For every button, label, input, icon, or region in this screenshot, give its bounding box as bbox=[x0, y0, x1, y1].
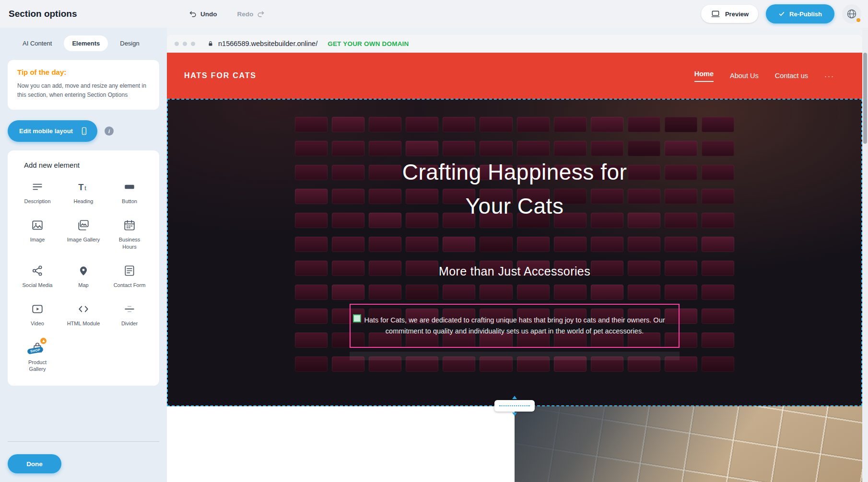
hero-section-selected[interactable]: Crafting Happiness for Your Cats More th… bbox=[167, 99, 862, 406]
next-section-preview bbox=[167, 406, 862, 482]
resize-handle-icon[interactable] bbox=[353, 314, 361, 322]
tip-body: Now you can add, move and resize any ele… bbox=[17, 81, 150, 99]
contact-form-icon bbox=[122, 264, 137, 278]
get-domain-link[interactable]: GET YOUR OWN DOMAIN bbox=[328, 40, 409, 47]
site-header: HATS FOR CATS Home About Us Contact us ·… bbox=[167, 53, 862, 99]
social-media-icon bbox=[30, 264, 45, 278]
upgrade-badge-icon bbox=[40, 338, 47, 344]
topbar: Section options Undo Redo Preview Re-P bbox=[0, 0, 868, 28]
product-gallery-icon: SHOP bbox=[30, 341, 45, 355]
sidebar-tabs: AI Content Elements Design bbox=[14, 35, 167, 51]
globe-icon bbox=[846, 8, 857, 20]
site-nav: Home About Us Contact us ··· bbox=[694, 70, 834, 82]
nav-more-icon[interactable]: ··· bbox=[824, 72, 834, 80]
preview-button[interactable]: Preview bbox=[701, 5, 758, 23]
editor-main: n1566589.websitebuilder.online/ GET YOUR… bbox=[167, 28, 868, 482]
tip-title: Tip of the day: bbox=[17, 68, 150, 76]
republish-button[interactable]: Re-Publish bbox=[766, 4, 834, 23]
element-image[interactable]: Image bbox=[14, 218, 60, 250]
site-url: n1566589.websitebuilder.online/ bbox=[218, 40, 317, 47]
tip-of-the-day-card: Tip of the day: Now you can add, move an… bbox=[8, 60, 159, 110]
edit-mobile-layout-button[interactable]: Edit mobile layout bbox=[8, 120, 97, 142]
nav-home[interactable]: Home bbox=[694, 70, 714, 82]
heading-icon: Tt bbox=[76, 180, 91, 194]
edit-mobile-row: Edit mobile layout bbox=[8, 120, 159, 142]
undo-icon bbox=[189, 10, 197, 18]
element-description[interactable]: Description bbox=[14, 180, 60, 205]
window-dots-icon bbox=[175, 42, 195, 46]
video-icon bbox=[30, 302, 45, 316]
svg-text:t: t bbox=[84, 184, 86, 192]
language-globe-button[interactable] bbox=[842, 4, 861, 23]
topbar-actions: Preview Re-Publish bbox=[701, 4, 861, 23]
browser-chrome: n1566589.websitebuilder.online/ GET YOUR… bbox=[167, 35, 862, 53]
element-map[interactable]: Map bbox=[60, 264, 106, 288]
element-social-media[interactable]: Social Media bbox=[14, 264, 60, 288]
scrollbar-thumb[interactable] bbox=[863, 53, 867, 144]
page-title: Section options bbox=[9, 9, 77, 19]
sidebar-divider bbox=[8, 441, 159, 442]
redo-icon bbox=[257, 10, 265, 18]
business-hours-icon bbox=[122, 218, 137, 232]
selected-text-element[interactable]: Hats for Cats, we are dedicated to craft… bbox=[350, 304, 680, 348]
done-button[interactable]: Done bbox=[8, 454, 61, 473]
dotted-resize-line bbox=[499, 405, 530, 406]
info-icon[interactable] bbox=[105, 126, 114, 136]
page-scrollbar[interactable] bbox=[862, 28, 868, 482]
tab-ai-content[interactable]: AI Content bbox=[14, 35, 60, 51]
section-options-sidebar: AI Content Elements Design Tip of the da… bbox=[0, 28, 167, 482]
hero-subheading[interactable]: More than Just Accessories bbox=[168, 264, 861, 278]
tiled-floor-photo bbox=[515, 406, 862, 482]
nav-contact-us[interactable]: Contact us bbox=[775, 72, 808, 80]
image-gallery-icon bbox=[76, 218, 91, 232]
element-contact-form[interactable]: Contact Form bbox=[106, 264, 152, 288]
tab-elements[interactable]: Elements bbox=[64, 35, 108, 51]
html-code-icon bbox=[76, 302, 91, 316]
sidebar-footer: Done bbox=[0, 441, 167, 482]
section-resize-handle[interactable] bbox=[494, 400, 535, 412]
element-button[interactable]: Button bbox=[106, 180, 152, 205]
site-logo[interactable]: HATS FOR CATS bbox=[184, 71, 257, 80]
arrow-down-icon bbox=[512, 413, 517, 416]
history-controls: Undo Redo bbox=[186, 10, 268, 19]
site-canvas: n1566589.websitebuilder.online/ GET YOUR… bbox=[167, 35, 862, 482]
element-divider[interactable]: Divider bbox=[106, 302, 152, 327]
next-section-white bbox=[167, 406, 515, 482]
element-placeholder-bar bbox=[350, 352, 680, 360]
element-image-gallery[interactable]: Image Gallery bbox=[60, 218, 106, 250]
element-html-module[interactable]: HTML Module bbox=[60, 302, 106, 327]
tab-design[interactable]: Design bbox=[112, 35, 147, 51]
add-element-card: Add new element Description Tt Heading bbox=[8, 150, 159, 386]
divider-icon bbox=[122, 302, 137, 316]
image-icon bbox=[30, 218, 45, 232]
nav-about-us[interactable]: About Us bbox=[730, 72, 759, 80]
map-pin-icon bbox=[76, 264, 91, 278]
description-icon bbox=[30, 180, 45, 194]
check-icon bbox=[778, 11, 785, 17]
element-grid: Description Tt Heading Button bbox=[14, 180, 152, 372]
button-icon bbox=[122, 180, 137, 194]
lock-icon bbox=[207, 40, 214, 47]
undo-button[interactable]: Undo bbox=[186, 10, 220, 19]
element-heading[interactable]: Tt Heading bbox=[60, 180, 106, 205]
svg-text:T: T bbox=[78, 182, 84, 192]
element-business-hours[interactable]: Business Hours bbox=[106, 218, 152, 250]
hero-heading[interactable]: Crafting Happiness for Your Cats bbox=[168, 155, 861, 224]
hero-body-text: Hats for Cats, we are dedicated to craft… bbox=[364, 315, 665, 337]
element-video[interactable]: Video bbox=[14, 302, 60, 327]
add-element-title: Add new element bbox=[24, 161, 152, 169]
notification-dot bbox=[856, 18, 860, 22]
redo-button[interactable]: Redo bbox=[235, 10, 268, 19]
preview-monitor-icon bbox=[711, 9, 720, 19]
phone-icon bbox=[80, 126, 89, 136]
element-product-gallery[interactable]: SHOP Product Gallery bbox=[14, 341, 60, 373]
arrow-up-icon bbox=[512, 396, 517, 399]
